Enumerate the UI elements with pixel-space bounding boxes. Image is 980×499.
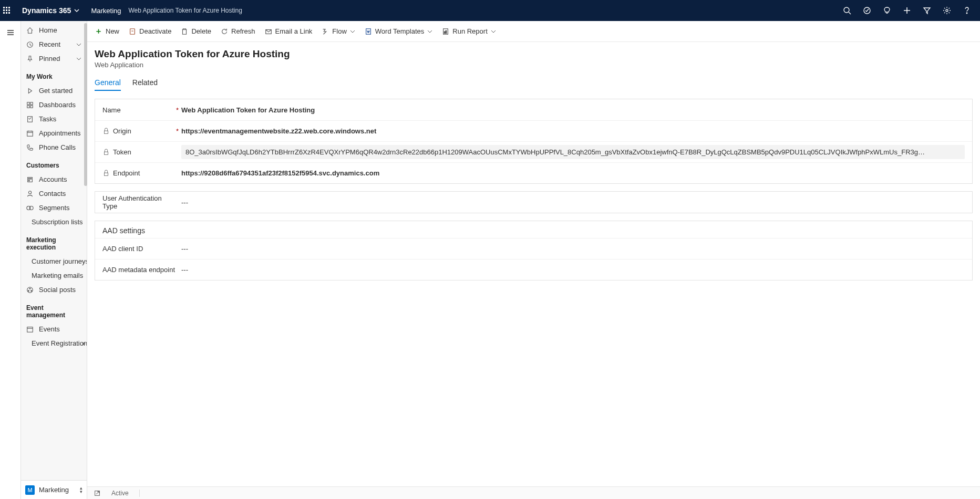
sidebar-item-customer-journeys[interactable]: Customer journeys <box>21 254 87 268</box>
sidebar-item-event-registrations[interactable]: Event Registrations▸ <box>21 336 87 350</box>
section-auth: User Authentication Type --- <box>95 191 973 213</box>
refresh-button[interactable]: Refresh <box>221 27 255 35</box>
field-aad-metadata[interactable]: AAD metadata endpoint --- <box>95 259 972 280</box>
field-endpoint[interactable]: Endpoint https://9208d6ffa6794351af23f2f… <box>95 162 972 183</box>
deactivate-button[interactable]: Deactivate <box>129 27 171 35</box>
area-badge: M <box>25 485 35 495</box>
sidebar-item-get-started[interactable]: Get started <box>21 84 87 98</box>
form-content: Web Application Token for Azure Hosting … <box>87 42 980 486</box>
search-icon[interactable] <box>837 0 857 21</box>
sidebar: HomeRecentPinnedMy WorkGet startedDashbo… <box>21 21 87 499</box>
page-subtitle: Web Application <box>95 61 973 69</box>
sidebar-group-my-work: My Work <box>21 66 87 84</box>
svg-rect-51 <box>130 28 135 34</box>
delete-button[interactable]: Delete <box>181 27 211 35</box>
status-label: Active <box>111 490 129 497</box>
svg-rect-23 <box>27 105 29 107</box>
global-nav-bar: Dynamics 365 Marketing Web Application T… <box>0 0 980 21</box>
svg-rect-48 <box>27 327 33 332</box>
svg-rect-33 <box>28 180 29 181</box>
sidebar-item-subscription-lists[interactable]: Subscription lists <box>21 215 87 229</box>
svg-rect-4 <box>6 9 7 11</box>
main-region: ＋New Deactivate Delete Refresh Email a L… <box>87 21 980 499</box>
sidebar-item-recent[interactable]: Recent <box>21 37 87 51</box>
run-report-button[interactable]: Run Report <box>442 27 496 35</box>
sidebar-item-tasks[interactable]: Tasks <box>21 112 87 126</box>
area-label: Marketing <box>84 7 128 15</box>
svg-rect-26 <box>27 131 33 136</box>
field-aad-client[interactable]: AAD client ID --- <box>95 238 972 259</box>
gear-icon[interactable] <box>937 0 957 21</box>
sidebar-item-segments[interactable]: Segments <box>21 201 87 215</box>
email-link-button[interactable]: Email a Link <box>265 27 313 35</box>
svg-rect-32 <box>30 178 32 179</box>
chevron-down-icon <box>350 29 355 34</box>
command-bar: ＋New Deactivate Delete Refresh Email a L… <box>87 21 980 42</box>
svg-rect-59 <box>105 152 108 154</box>
brand-dropdown[interactable]: Dynamics 365 <box>20 6 84 15</box>
word-templates-button[interactable]: Word Templates <box>365 27 432 35</box>
new-button[interactable]: ＋New <box>95 26 119 36</box>
svg-rect-57 <box>446 30 447 33</box>
sidebar-item-home[interactable]: Home <box>21 23 87 37</box>
lightbulb-icon[interactable] <box>877 0 897 21</box>
chevron-down-icon <box>427 29 432 34</box>
svg-rect-31 <box>28 178 29 179</box>
sidebar-item-phone-calls[interactable]: Phone Calls <box>21 140 87 154</box>
sidebar-item-contacts[interactable]: Contacts <box>21 186 87 201</box>
sidebar-area-switcher[interactable]: M Marketing ▴▾ <box>21 480 87 499</box>
sidebar-group-customers: Customers <box>21 154 87 172</box>
area-footer-label: Marketing <box>39 486 69 494</box>
filter-icon[interactable] <box>917 0 937 21</box>
chevron-down-icon <box>491 29 496 34</box>
svg-rect-60 <box>105 173 108 175</box>
field-token[interactable]: Token 8O_3a0rsIbWGqfJqLD6h2YTbBHrrrZ6XzR… <box>95 141 972 162</box>
area-switch-chevron-icon: ▴▾ <box>80 486 82 494</box>
svg-point-45 <box>29 288 30 289</box>
sidebar-item-social-posts[interactable]: Social posts <box>21 283 87 297</box>
status-bar: Active <box>87 486 980 499</box>
breadcrumb: Web Application Token for Azure Hosting <box>128 7 242 14</box>
hamburger-icon[interactable] <box>6 28 15 37</box>
sidebar-item-appointments[interactable]: Appointments <box>21 126 87 140</box>
svg-rect-8 <box>8 12 10 14</box>
task-timeline-icon[interactable] <box>857 0 877 21</box>
svg-rect-7 <box>6 12 7 14</box>
svg-rect-24 <box>30 105 33 107</box>
required-icon: * <box>176 106 179 114</box>
tab-related[interactable]: Related <box>132 78 158 91</box>
help-icon[interactable] <box>957 0 977 21</box>
svg-rect-58 <box>105 131 108 133</box>
sidebar-item-pinned[interactable]: Pinned <box>21 51 87 66</box>
chevron-down-icon <box>76 42 81 47</box>
svg-point-34 <box>28 191 31 193</box>
lock-icon <box>102 128 110 135</box>
field-origin[interactable]: Origin* https://eventmanagementwebsite.z… <box>95 120 972 141</box>
svg-point-36 <box>29 206 33 210</box>
sidebar-item-accounts[interactable]: Accounts <box>21 172 87 186</box>
field-name[interactable]: Name* Web Application Token for Azure Ho… <box>95 99 972 120</box>
lock-icon <box>102 149 110 156</box>
brand-label: Dynamics 365 <box>22 6 71 15</box>
sidebar-item-events[interactable]: Events <box>21 322 87 336</box>
sidebar-group-marketing-execution: Marketing execution <box>21 229 87 254</box>
svg-rect-22 <box>30 102 33 104</box>
svg-point-16 <box>966 13 967 14</box>
tab-general[interactable]: General <box>95 78 121 91</box>
svg-point-9 <box>844 7 849 13</box>
svg-rect-6 <box>3 12 5 14</box>
flow-button[interactable]: Flow <box>322 27 355 35</box>
chevron-right-icon: ▸ <box>83 340 86 346</box>
sidebar-item-marketing-emails[interactable]: Marketing emails <box>21 268 87 283</box>
open-in-new-icon[interactable] <box>94 490 101 497</box>
app-launcher-icon[interactable] <box>3 7 20 14</box>
tabs: General Related <box>95 78 973 91</box>
field-auth-type[interactable]: User Authentication Type --- <box>95 192 972 213</box>
svg-point-15 <box>946 9 948 12</box>
svg-rect-25 <box>28 116 33 122</box>
svg-rect-0 <box>3 7 5 8</box>
hamburger-column <box>0 21 21 499</box>
section-main: Name* Web Application Token for Azure Ho… <box>95 99 973 184</box>
sidebar-item-dashboards[interactable]: Dashboards <box>21 98 87 112</box>
plus-icon[interactable] <box>897 0 917 21</box>
